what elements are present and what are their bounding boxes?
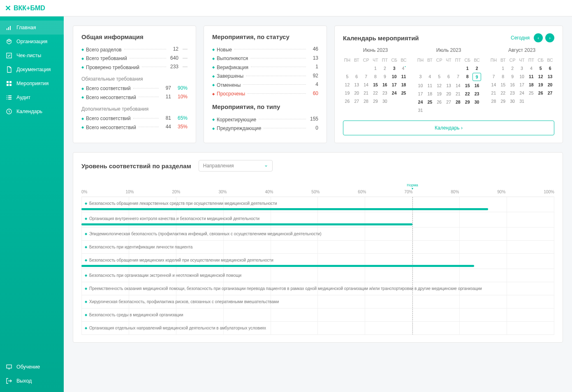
cal-day[interactable]: 9 [472, 73, 481, 81]
cal-day[interactable]: 10 [518, 73, 526, 80]
cal-day[interactable]: 20 [445, 90, 453, 97]
cal-day[interactable]: 8 [499, 73, 507, 80]
cal-day[interactable]: 27 [546, 89, 554, 97]
cal-day[interactable]: 12 [435, 82, 444, 89]
cal-day[interactable]: 11 [399, 73, 408, 80]
cal-day[interactable]: 21 [362, 89, 371, 97]
cal-day[interactable]: 5 [435, 73, 444, 81]
cal-day[interactable]: 6 [352, 73, 361, 80]
sidebar-item-doc[interactable]: Документация [0, 63, 64, 77]
sidebar-item-exit[interactable]: Выход [0, 374, 64, 388]
cal-day[interactable]: 28 [362, 97, 371, 105]
close-icon[interactable]: ✕ [5, 4, 11, 13]
cal-day[interactable]: 21 [454, 90, 462, 97]
cal-day[interactable]: 4 [399, 65, 408, 72]
cal-day[interactable]: 1 [499, 65, 507, 72]
cal-day[interactable]: 26 [435, 98, 444, 106]
cal-day[interactable]: 19 [536, 81, 545, 88]
cal-day[interactable]: 1 [463, 65, 472, 72]
sidebar-item-org[interactable]: Организация [0, 35, 64, 49]
today-link[interactable]: Сегодня [511, 35, 530, 41]
cal-day[interactable]: 18 [399, 81, 408, 88]
cal-day[interactable]: 2 [380, 65, 389, 72]
cal-day[interactable]: 27 [445, 98, 453, 106]
cal-day[interactable]: 24 [518, 89, 526, 97]
cal-day[interactable]: 5 [536, 65, 545, 72]
cal-day[interactable]: 18 [527, 81, 535, 88]
cal-day[interactable]: 24 [390, 89, 398, 97]
cal-day[interactable]: 15 [371, 81, 380, 88]
cal-day[interactable]: 29 [463, 98, 472, 106]
cal-day[interactable]: 26 [536, 89, 545, 97]
cal-day[interactable]: 17 [518, 81, 526, 88]
cal-day[interactable]: 30 [508, 97, 517, 105]
cal-day[interactable]: 14 [454, 82, 462, 89]
cal-day[interactable]: 11 [426, 82, 434, 89]
cal-day[interactable]: 9 [508, 73, 517, 80]
cal-day[interactable]: 19 [343, 89, 352, 97]
cal-day[interactable]: 26 [343, 97, 352, 105]
sidebar-item-grid[interactable]: Мероприятия [0, 77, 64, 90]
cal-day[interactable]: 2 [472, 65, 481, 72]
cal-day[interactable]: 25 [527, 89, 535, 97]
cal-day[interactable]: 13 [352, 81, 361, 88]
sidebar-item-clock[interactable]: Календарь [0, 104, 64, 118]
cal-day[interactable]: 16 [508, 81, 517, 88]
cal-day[interactable]: 27 [352, 97, 361, 105]
cal-day[interactable]: 18 [426, 90, 434, 97]
cal-day[interactable]: 25 [399, 89, 408, 97]
cal-day[interactable]: 22 [499, 89, 507, 97]
cal-day[interactable]: 28 [454, 98, 462, 106]
cal-day[interactable]: 3 [416, 73, 425, 81]
cal-day[interactable]: 12 [343, 81, 352, 88]
direction-select[interactable]: Направления [199, 160, 273, 172]
cal-day[interactable]: 15 [499, 81, 507, 88]
cal-day[interactable]: 21 [489, 89, 498, 97]
sidebar-item-bars[interactable]: Главная [0, 21, 64, 35]
cal-day[interactable]: 16 [472, 82, 481, 89]
cal-day[interactable]: 22 [463, 90, 472, 97]
cal-day[interactable]: 31 [416, 107, 425, 114]
cal-day[interactable]: 23 [380, 89, 389, 97]
cal-day[interactable]: 30 [380, 97, 389, 105]
cal-day[interactable]: 28 [489, 97, 498, 105]
cal-day[interactable]: 14 [362, 81, 371, 88]
cal-day[interactable]: 19 [435, 90, 444, 97]
cal-day[interactable]: 30 [472, 98, 481, 106]
calendar-link-button[interactable]: Календарь › [343, 121, 554, 135]
cal-day[interactable]: 4 [527, 65, 535, 72]
cal-day[interactable]: 12 [536, 73, 545, 80]
cal-day[interactable]: 3 [518, 65, 526, 72]
cal-day[interactable]: 14 [489, 81, 498, 88]
next-month-button[interactable]: › [545, 33, 554, 42]
cal-day[interactable]: 13 [546, 73, 554, 80]
cal-day[interactable]: 8 [463, 73, 472, 81]
cal-day[interactable]: 25 [426, 98, 434, 106]
cal-day[interactable]: 6 [445, 73, 453, 81]
cal-day[interactable]: 8 [371, 73, 380, 80]
cal-day[interactable]: 2 [508, 65, 517, 72]
cal-day[interactable]: 16 [380, 81, 389, 88]
cal-day[interactable]: 29 [371, 97, 380, 105]
cal-day[interactable]: 29 [499, 97, 507, 105]
cal-day[interactable]: 5 [343, 73, 352, 80]
cal-day[interactable]: 11 [527, 73, 535, 80]
cal-day[interactable]: 31 [518, 97, 526, 105]
cal-day[interactable]: 1 [371, 65, 380, 72]
cal-day[interactable]: 15 [463, 82, 472, 89]
cal-day[interactable]: 23 [472, 90, 481, 97]
cal-day[interactable]: 24 [416, 98, 425, 106]
cal-day[interactable]: 7 [362, 73, 371, 80]
cal-day[interactable]: 20 [352, 89, 361, 97]
cal-day[interactable]: 17 [390, 81, 398, 88]
cal-day[interactable]: 7 [454, 73, 462, 81]
cal-day[interactable]: 23 [508, 89, 517, 97]
cal-day[interactable]: 6 [546, 65, 554, 72]
cal-day[interactable]: 4 [426, 73, 434, 81]
sidebar-item-list[interactable]: Аудит [0, 90, 64, 104]
cal-day[interactable]: 10 [390, 73, 398, 80]
cal-day[interactable]: 9 [380, 73, 389, 80]
cal-day[interactable]: 13 [445, 82, 453, 89]
cal-day[interactable]: 7 [489, 73, 498, 80]
sidebar-item-check[interactable]: Чек-листы [0, 49, 64, 63]
